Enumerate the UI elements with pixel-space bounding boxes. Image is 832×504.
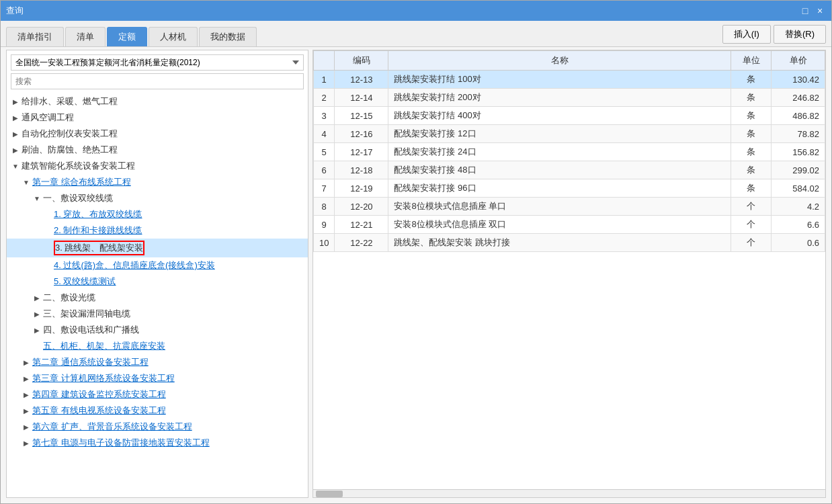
- cell-unit: 条: [731, 179, 772, 198]
- col-header-num: [314, 51, 335, 71]
- tree-item-t1[interactable]: ▶给排水、采暖、燃气工程: [7, 93, 308, 110]
- left-panel: 全国统一安装工程预算定额河北省消耗量定额(2012) ▶给排水、采暖、燃气工程▶…: [6, 50, 308, 498]
- tree-item-t3[interactable]: ▶自动化控制仪表安装工程: [7, 126, 308, 142]
- tree-item-t20[interactable]: ▶第五章 有线电视系统设备安装工程: [7, 403, 308, 419]
- col-header-unit: 单位: [731, 51, 772, 71]
- table-row[interactable]: 512-17配线架安装打接 24口条156.82: [314, 143, 825, 161]
- tree-toggle-t2[interactable]: ▶: [11, 113, 20, 122]
- tree-toggle-t7[interactable]: ▼: [32, 194, 42, 203]
- tree-label-t14: 三、架设漏泄同轴电缆: [43, 308, 130, 320]
- cell-code: 12-17: [335, 143, 388, 161]
- tree-toggle-t13[interactable]: ▶: [32, 293, 42, 302]
- tree-item-t8[interactable]: 1. 穿放、布放双绞线缆: [7, 206, 308, 222]
- tree-label-t8: 1. 穿放、布放双绞线缆: [54, 208, 142, 220]
- tab-dinge[interactable]: 定额: [107, 27, 147, 46]
- search-input[interactable]: [11, 73, 304, 89]
- cell-num: 9: [314, 216, 335, 234]
- tree-toggle-t4[interactable]: ▶: [11, 145, 20, 155]
- tree-toggle-t21[interactable]: ▶: [22, 422, 31, 431]
- tree-item-t2[interactable]: ▶通风空调工程: [7, 110, 308, 126]
- cell-name: 跳线架安装打结 400对: [388, 107, 731, 125]
- tree-item-t10[interactable]: 3. 跳线架、配线架安装: [7, 239, 308, 257]
- replace-button[interactable]: 替换(R): [774, 25, 826, 44]
- tree-toggle-t19[interactable]: ▶: [22, 390, 31, 399]
- table-row[interactable]: 1012-22跳线架、配线架安装 跳块打接个0.6: [314, 234, 825, 252]
- tree-item-t15[interactable]: ▶四、敷设电话线和广播线: [7, 322, 308, 338]
- cell-num: 5: [314, 143, 335, 161]
- cell-price: 78.82: [772, 125, 825, 143]
- tree-label-t15: 四、敷设电话线和广播线: [43, 324, 139, 336]
- cell-price: 6.6: [772, 216, 825, 234]
- cell-name: 配线架安装打接 48口: [388, 161, 731, 179]
- tree-toggle-t1[interactable]: ▶: [11, 97, 20, 106]
- table-row[interactable]: 612-18配线架安装打接 48口条299.02: [314, 161, 825, 179]
- table-row[interactable]: 712-19配线架安装打接 96口条584.02: [314, 179, 825, 198]
- tree-item-t5[interactable]: ▼建筑智能化系统设备安装工程: [7, 158, 308, 174]
- table-row[interactable]: 112-13跳线架安装打结 100对条130.42: [314, 71, 825, 89]
- cell-price: 156.82: [772, 143, 825, 161]
- tree-label-t16: 五、机柜、机架、抗震底座安装: [43, 340, 165, 352]
- minimize-button[interactable]: □: [799, 5, 811, 17]
- tree-toggle-t6[interactable]: ▼: [22, 177, 31, 187]
- right-panel: 编码 名称 单位 单价 112-13跳线架安装打结 100对条130.42212…: [313, 50, 826, 498]
- tree-item-t12[interactable]: 5. 双绞线缆测试: [7, 274, 308, 290]
- cell-name: 跳线架安装打结 100对: [388, 71, 731, 89]
- cell-unit: 条: [731, 143, 772, 161]
- tree-label-t9: 2. 制作和卡接跳线线缆: [54, 224, 142, 237]
- cell-code: 12-13: [335, 71, 388, 89]
- tree-toggle-t20[interactable]: ▶: [22, 406, 31, 415]
- tree-label-t10: 3. 跳线架、配线架安装: [54, 241, 144, 255]
- cell-code: 12-22: [335, 234, 388, 252]
- insert-button[interactable]: 插入(I): [722, 25, 771, 44]
- tree-item-t14[interactable]: ▶三、架设漏泄同轴电缆: [7, 306, 308, 322]
- tree-item-t19[interactable]: ▶第四章 建筑设备监控系统安装工程: [7, 386, 308, 403]
- tree-toggle-t5[interactable]: ▼: [11, 161, 20, 171]
- cell-price: 486.82: [772, 107, 825, 125]
- tab-qingdan[interactable]: 清单: [65, 27, 106, 46]
- tree-item-t17[interactable]: ▶第二章 通信系统设备安装工程: [7, 354, 308, 370]
- main-content: 全国统一安装工程预算定额河北省消耗量定额(2012) ▶给排水、采暖、燃气工程▶…: [1, 47, 831, 503]
- tree-label-t7: 一、敷设双绞线缆: [43, 192, 113, 204]
- table-row[interactable]: 412-16配线架安装打接 12口条78.82: [314, 125, 825, 143]
- tree-toggle-t18[interactable]: ▶: [22, 374, 31, 383]
- cell-price: 4.2: [772, 198, 825, 216]
- cell-name: 配线架安装打接 12口: [388, 125, 731, 143]
- tree-item-t22[interactable]: ▶第七章 电源与电子设备防雷接地装置安装工程: [7, 435, 308, 451]
- tree-container: ▶给排水、采暖、燃气工程▶通风空调工程▶自动化控制仪表安装工程▶刷油、防腐蚀、绝…: [7, 92, 308, 497]
- tab-wode-shuju[interactable]: 我的数据: [199, 27, 257, 46]
- tree-item-t21[interactable]: ▶第六章 扩声、背景音乐系统设备安装工程: [7, 419, 308, 435]
- tab-qingdan-zhiyin[interactable]: 清单指引: [6, 27, 64, 46]
- tree-toggle-t15[interactable]: ▶: [32, 325, 42, 335]
- tree-label-t4: 刷油、防腐蚀、绝热工程: [22, 144, 118, 156]
- tree-item-t7[interactable]: ▼一、敷设双绞线缆: [7, 190, 308, 206]
- tree-item-t11[interactable]: 4. 过线(路)盒、信息插座底盒(接线盒)安装: [7, 257, 308, 274]
- cell-code: 12-19: [335, 179, 388, 198]
- close-button[interactable]: ×: [814, 5, 826, 17]
- table-row[interactable]: 912-21安装8位模块式信息插座 双口个6.6: [314, 216, 825, 234]
- tree-label-t5: 建筑智能化系统设备安装工程: [22, 160, 135, 172]
- table-row[interactable]: 812-20安装8位模块式信息插座 单口个4.2: [314, 198, 825, 216]
- scrollbar-thumb[interactable]: [316, 491, 343, 497]
- tree-toggle-t3[interactable]: ▶: [11, 129, 20, 138]
- tree-item-t18[interactable]: ▶第三章 计算机网络系统设备安装工程: [7, 370, 308, 386]
- cell-code: 12-15: [335, 107, 388, 125]
- cell-code: 12-20: [335, 198, 388, 216]
- tree-toggle-t14[interactable]: ▶: [32, 309, 42, 319]
- tree-label-t19: 第四章 建筑设备监控系统安装工程: [32, 388, 166, 401]
- tree-item-t13[interactable]: ▶二、敷设光缆: [7, 290, 308, 306]
- tree-item-t9[interactable]: 2. 制作和卡接跳线线缆: [7, 222, 308, 239]
- table-row[interactable]: 312-15跳线架安装打结 400对条486.82: [314, 107, 825, 125]
- tab-rencaiji[interactable]: 人材机: [149, 27, 198, 46]
- quota-dropdown[interactable]: 全国统一安装工程预算定额河北省消耗量定额(2012): [11, 54, 304, 71]
- tree-toggle-t17[interactable]: ▶: [22, 358, 31, 367]
- tree-toggle-t22[interactable]: ▶: [22, 438, 31, 448]
- tree-item-t16[interactable]: 五、机柜、机架、抗震底座安装: [7, 338, 308, 354]
- tree-item-t6[interactable]: ▼第一章 综合布线系统工程: [7, 174, 308, 190]
- tree-label-t20: 第五章 有线电视系统设备安装工程: [32, 405, 166, 417]
- bottom-scrollbar[interactable]: [313, 489, 825, 497]
- cell-unit: 条: [731, 161, 772, 179]
- tree-item-t4[interactable]: ▶刷油、防腐蚀、绝热工程: [7, 142, 308, 158]
- col-header-code: 编码: [335, 51, 388, 71]
- cell-code: 12-14: [335, 89, 388, 107]
- table-row[interactable]: 212-14跳线架安装打结 200对条246.82: [314, 89, 825, 107]
